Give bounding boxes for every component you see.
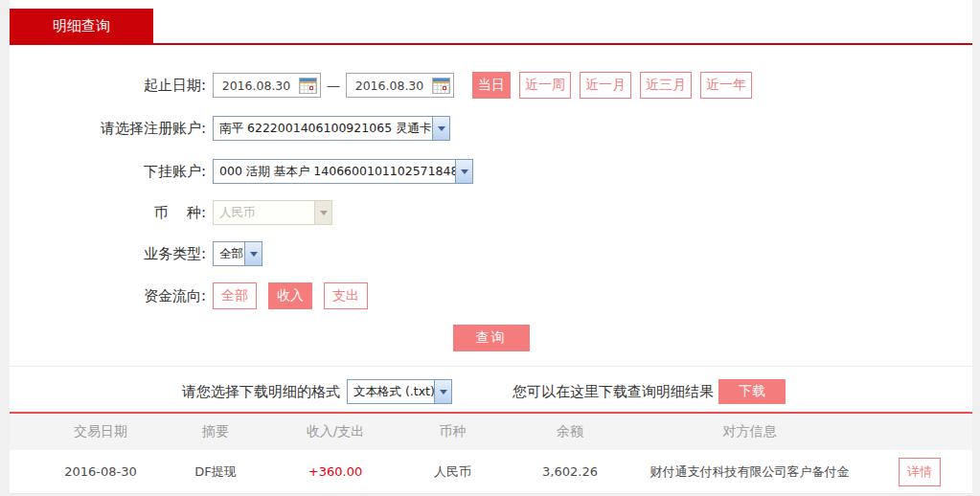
flow-expense-button[interactable]: 支出	[324, 282, 368, 309]
tab-bar: 明细查询	[10, 0, 972, 45]
chevron-down-icon[interactable]	[244, 242, 262, 265]
header-counterparty: 对方信息	[632, 423, 867, 440]
date-range-row: 起止日期: 2016.08.30 — 2016.08.30 当日 近一周 近一月…	[10, 72, 972, 99]
query-form: 起止日期: 2016.08.30 — 2016.08.30 当日 近一周 近一月…	[10, 45, 972, 351]
download-format-label: 请您选择下载明细的格式	[182, 383, 340, 401]
date-from-input[interactable]: 2016.08.30	[213, 73, 321, 98]
table-row: 2016-08-30 DF提现 +360.00 人民币 3,602.26 财付通…	[10, 450, 972, 494]
header-balance: 余额	[508, 423, 632, 440]
header-in-out: 收入/支出	[273, 423, 398, 440]
register-account-row: 请选择注册账户: 南平 6222001406100921065 灵通卡	[10, 116, 972, 141]
flow-all-button[interactable]: 全部	[213, 282, 257, 309]
currency-label: 币 种:	[10, 204, 206, 222]
header-trade-date: 交易日期	[43, 423, 158, 440]
register-account-value: 南平 6222001406100921065 灵通卡	[214, 121, 432, 137]
detail-button[interactable]: 详情	[899, 458, 941, 486]
currency-value: 人民币	[214, 205, 314, 221]
biz-type-label: 业务类型:	[10, 245, 206, 263]
chevron-down-icon	[314, 201, 331, 224]
quick-range-year-button[interactable]: 近一年	[700, 72, 752, 99]
header-summary: 摘要	[158, 423, 273, 440]
sub-account-row: 下挂账户: 000 活期 基本户 1406600101102571848	[10, 159, 972, 184]
sub-account-select[interactable]: 000 活期 基本户 1406600101102571848	[213, 159, 473, 184]
date-to-input[interactable]: 2016.08.30	[346, 73, 454, 98]
cell-amount: +360.00	[273, 464, 398, 479]
chevron-down-icon[interactable]	[432, 117, 449, 140]
quick-range-3month-button[interactable]: 近三月	[640, 72, 692, 99]
calendar-icon[interactable]	[432, 78, 450, 94]
header-currency: 币种	[398, 423, 508, 440]
quick-range-month-button[interactable]: 近一月	[580, 72, 631, 99]
query-button[interactable]: 查询	[453, 325, 530, 351]
download-button[interactable]: 下载	[718, 379, 786, 404]
cell-trade-date: 2016-08-30	[43, 464, 158, 479]
sub-account-label: 下挂账户:	[10, 163, 206, 181]
quick-range-week-button[interactable]: 近一周	[519, 72, 571, 99]
cell-counterparty: 财付通支付科技有限公司客户备付金	[632, 463, 867, 481]
chevron-down-icon[interactable]	[434, 380, 451, 403]
flow-income-button[interactable]: 收入	[268, 282, 312, 309]
register-account-label: 请选择注册账户:	[10, 120, 206, 138]
biz-type-row: 业务类型: 全部	[10, 241, 972, 266]
tab-detail-query[interactable]: 明细查询	[10, 9, 153, 43]
chevron-down-icon[interactable]	[455, 160, 472, 183]
date-to-value: 2016.08.30	[347, 79, 432, 93]
download-section: 请您选择下载明细的格式 文本格式 (.txt) 您可以在这里下载查询明细结果 下…	[10, 366, 972, 404]
biz-type-select[interactable]: 全部	[213, 241, 262, 266]
cell-currency: 人民币	[398, 463, 508, 481]
download-format-select[interactable]: 文本格式 (.txt)	[347, 379, 452, 404]
download-hint-text: 您可以在这里下载查询明细结果	[513, 383, 714, 401]
date-from-value: 2016.08.30	[214, 79, 299, 93]
register-account-select[interactable]: 南平 6222001406100921065 灵通卡	[213, 116, 450, 141]
fund-flow-label: 资金流向:	[10, 287, 206, 305]
main-panel: 明细查询 起止日期: 2016.08.30 — 2016.08.30 当日 近一…	[10, 0, 972, 494]
results-table: 交易日期 摘要 收入/支出 币种 余额 对方信息 2016-08-30 DF提现…	[10, 412, 972, 494]
currency-row: 币 种: 人民币	[10, 200, 972, 225]
date-separator: —	[327, 78, 340, 93]
calendar-icon[interactable]	[299, 78, 317, 94]
currency-select: 人民币	[213, 200, 332, 225]
biz-type-value: 全部	[214, 246, 244, 262]
download-format-value: 文本格式 (.txt)	[348, 384, 434, 400]
quick-range-today-button[interactable]: 当日	[472, 72, 511, 99]
table-header-row: 交易日期 摘要 收入/支出 币种 余额 对方信息	[10, 414, 972, 450]
sub-account-value: 000 活期 基本户 1406600101102571848	[214, 164, 455, 180]
date-range-label: 起止日期:	[10, 77, 206, 95]
cell-balance: 3,602.26	[508, 464, 632, 479]
cell-summary: DF提现	[158, 463, 273, 481]
fund-flow-row: 资金流向: 全部 收入 支出	[10, 282, 972, 309]
